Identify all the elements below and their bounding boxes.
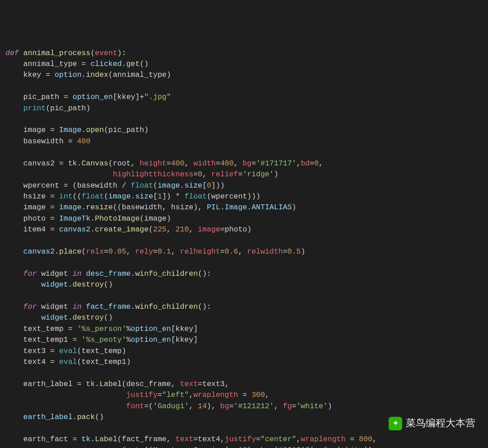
- token-var: text_temp1: [23, 335, 73, 344]
- code-line[interactable]: earth_label = tk.Label(desc_frame, text=…: [5, 379, 488, 390]
- token-op: =: [238, 170, 243, 179]
- token-obj: tk: [81, 435, 90, 443]
- token-pn: [5, 93, 23, 101]
- code-line[interactable]: hsize = int((float(image.size[1]) * floa…: [5, 191, 488, 202]
- code-line[interactable]: image = image.resize((basewidth, hsize),…: [5, 202, 488, 213]
- token-kwarg: relief: [211, 170, 238, 179]
- token-var: widget: [41, 302, 72, 311]
- code-editor[interactable]: def annimal_process(event): annimal_type…: [5, 48, 488, 448]
- token-op: =: [73, 335, 82, 344]
- token-pn: [5, 347, 23, 355]
- token-kwarg: image: [198, 225, 221, 234]
- token-op: =: [193, 170, 198, 179]
- token-op: =: [68, 325, 77, 333]
- token-pn: [5, 280, 41, 289]
- token-fn: open: [86, 126, 104, 134]
- code-line[interactable]: kkey = option.index(annimal_type): [5, 70, 488, 80]
- token-pn: (): [140, 60, 149, 68]
- token-pn: ,: [189, 391, 193, 399]
- code-line[interactable]: [5, 257, 488, 268]
- token-pn: ,: [225, 380, 229, 388]
- token-prop: size: [135, 192, 153, 201]
- token-pn: (: [81, 247, 86, 256]
- token-op: =: [153, 247, 158, 256]
- token-num: 225: [153, 225, 167, 234]
- code-line[interactable]: text4 = eval(text_temp1): [5, 357, 488, 368]
- token-fn: Label: [95, 435, 117, 443]
- token-pn: (: [149, 402, 153, 410]
- code-line[interactable]: image = Image.open(pic_path): [5, 125, 488, 136]
- code-line[interactable]: item4 = canvas2.create_image(225, 210, i…: [5, 224, 488, 235]
- token-var: root: [113, 159, 131, 168]
- code-line[interactable]: [5, 236, 488, 246]
- token-fn: index: [86, 71, 108, 79]
- token-op: =: [64, 181, 73, 190]
- code-line[interactable]: wpercent = (basewidth / float(image.size…: [5, 180, 488, 191]
- token-pn: [5, 247, 23, 256]
- token-pn: .: [55, 247, 59, 256]
- token-kwarg: justify: [225, 435, 256, 443]
- code-line[interactable]: [5, 81, 488, 92]
- token-pn: [5, 71, 23, 79]
- token-pn: [5, 391, 126, 399]
- code-line[interactable]: [5, 368, 488, 378]
- token-obj: Image: [225, 203, 247, 212]
- token-var: fact_frame: [122, 435, 166, 443]
- code-line[interactable]: widget.destroy(): [5, 279, 488, 290]
- code-line[interactable]: font=('Gadugi', 14), bg='#121212', fg='w…: [5, 401, 488, 412]
- code-line[interactable]: widget.destroy(): [5, 312, 488, 323]
- code-line[interactable]: canvas2.place(relx=0.05, rely=0.1, relhe…: [5, 246, 488, 257]
- token-num: 400: [171, 159, 184, 168]
- code-line[interactable]: earth_fact = tk.Label(fact_frame, text=t…: [5, 434, 488, 445]
- token-pn: ():: [198, 269, 211, 278]
- code-line[interactable]: [5, 147, 488, 158]
- code-line[interactable]: highlightthickness=0, relief='ridge'): [5, 169, 488, 180]
- token-prop: ANTIALIAS: [252, 203, 292, 212]
- token-num: 800: [359, 435, 372, 443]
- token-pn: (): [104, 313, 113, 322]
- token-pn: ((: [113, 203, 122, 212]
- code-line[interactable]: [5, 114, 488, 125]
- token-pn: ,: [229, 446, 238, 448]
- code-line[interactable]: text_temp = '%s_person'%option_en[kkey]: [5, 324, 488, 335]
- token-pn: [5, 214, 23, 223]
- token-kwarg: relheight: [180, 247, 220, 256]
- token-var: hsize: [23, 192, 50, 201]
- token-num: 0: [207, 181, 211, 190]
- code-line[interactable]: [5, 291, 488, 302]
- token-pn: ): [167, 71, 171, 79]
- token-pn: [5, 335, 23, 344]
- code-line[interactable]: photo = ImageTk.PhotoImage(image): [5, 213, 488, 224]
- code-line[interactable]: def annimal_process(event):: [5, 48, 488, 59]
- token-op: =: [68, 137, 77, 146]
- code-line[interactable]: annimal_type = clicked.get(): [5, 59, 488, 70]
- token-op: =: [50, 192, 59, 201]
- token-obj: PIL: [207, 203, 221, 212]
- code-line[interactable]: for widget in desc_frame.winfo_children(…: [5, 269, 488, 279]
- token-op: =: [332, 446, 337, 448]
- token-var: text_temp: [23, 325, 68, 333]
- token-pn: (): [104, 280, 113, 289]
- code-line[interactable]: for widget in fact_frame.winfo_children(…: [5, 302, 488, 312]
- code-line[interactable]: print(pic_path): [5, 103, 488, 114]
- token-fn: Canvas: [81, 159, 108, 168]
- token-pn: ),: [247, 446, 261, 448]
- code-line[interactable]: canvas2 = tk.Canvas(root, height=400, wi…: [5, 158, 488, 169]
- code-line[interactable]: text3 = eval(text_temp): [5, 346, 488, 357]
- code-line[interactable]: justify="left",wraplength = 300,: [5, 390, 488, 401]
- token-op: =: [216, 159, 220, 168]
- code-line[interactable]: pic_path = option_en[kkey]+".jpg": [5, 92, 488, 103]
- token-pn: ): [126, 358, 131, 366]
- token-pn: (: [77, 347, 81, 355]
- token-var: image: [144, 214, 167, 223]
- token-pn: (: [122, 380, 126, 388]
- token-num: 0.6: [225, 247, 238, 256]
- code-line[interactable]: font=('Monotype Corsiva', 16), bg='#1212…: [5, 445, 488, 448]
- token-pn: ():: [198, 302, 211, 311]
- token-var: kkey: [23, 71, 46, 79]
- token-op: =: [50, 126, 59, 134]
- code-line[interactable]: text_temp1 = '%s_peoty'%option_en[kkey]: [5, 335, 488, 345]
- code-line[interactable]: basewidth = 400: [5, 136, 488, 147]
- token-kwarg: font: [126, 402, 144, 410]
- token-pn: ): [292, 203, 296, 212]
